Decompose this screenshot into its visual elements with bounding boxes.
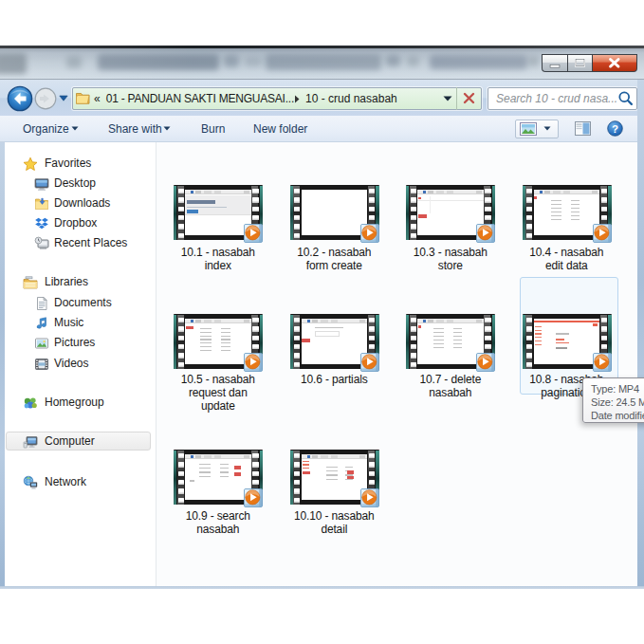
svg-text:?: ? xyxy=(612,123,618,135)
